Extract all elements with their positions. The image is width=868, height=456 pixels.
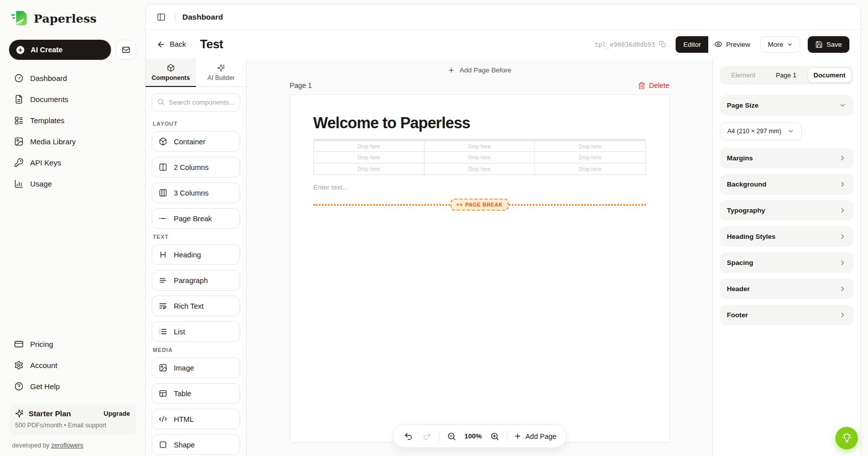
- redo-button[interactable]: [420, 430, 433, 443]
- save-button[interactable]: Save: [808, 36, 849, 53]
- paperless-logo-icon: [10, 9, 29, 28]
- margins-section[interactable]: Margins: [720, 148, 853, 168]
- credit-link[interactable]: zeroflowers: [51, 442, 83, 449]
- plus-icon: [514, 432, 521, 440]
- sidebar-item-usage[interactable]: Usage: [9, 173, 136, 194]
- tab-element[interactable]: Element: [722, 68, 765, 82]
- list-icon: [159, 327, 167, 336]
- tab-label: Components: [152, 74, 190, 81]
- delete-page-button[interactable]: Delete: [638, 81, 669, 89]
- add-page-button[interactable]: Add Page: [513, 430, 558, 442]
- component-item-shape[interactable]: Shape: [152, 434, 240, 455]
- add-page-before-button[interactable]: Add Page Before: [448, 66, 511, 74]
- typography-section[interactable]: Typography: [720, 200, 853, 221]
- component-label: Page Break: [174, 215, 212, 223]
- sidebar-toggle-button[interactable]: [155, 11, 168, 24]
- drop-zone-cell[interactable]: Drop here: [424, 152, 534, 163]
- components-panel: Components AI Builder LAYOUT Contain: [146, 59, 247, 456]
- key-icon: [14, 158, 24, 167]
- component-label: HTML: [174, 415, 193, 423]
- drop-zone-cell[interactable]: Drop here: [535, 152, 645, 163]
- drop-zone-cell[interactable]: Drop here: [313, 152, 424, 163]
- component-item-list[interactable]: List: [152, 321, 240, 342]
- drop-zone-cell[interactable]: Drop here: [313, 163, 424, 175]
- component-item-rich-text[interactable]: Rich Text: [152, 296, 240, 316]
- components-panel-tabs: Components AI Builder: [146, 59, 246, 87]
- sparkles-icon: [217, 64, 225, 72]
- sidebar-item-get-help[interactable]: Get Help: [9, 376, 136, 397]
- sidebar-item-account[interactable]: Account: [9, 355, 136, 376]
- sidebar-item-templates[interactable]: Templates: [9, 110, 136, 131]
- drop-zone-cell[interactable]: Drop here: [424, 163, 534, 175]
- more-button[interactable]: More: [761, 36, 800, 53]
- tab-ai-builder[interactable]: AI Builder: [196, 59, 246, 86]
- component-item-page-break[interactable]: Page Break: [152, 208, 240, 229]
- undo-button[interactable]: [401, 430, 414, 443]
- chevron-down-icon: [787, 41, 793, 48]
- background-section[interactable]: Background: [720, 174, 853, 195]
- spacing-section[interactable]: Spacing: [720, 252, 853, 273]
- plan-name: Starter Plan: [29, 409, 71, 418]
- component-label: Container: [174, 138, 205, 146]
- drop-zone-cell[interactable]: Drop here: [313, 140, 424, 152]
- text-block-placeholder[interactable]: Enter text...: [313, 184, 646, 191]
- search-components-input[interactable]: [152, 93, 240, 112]
- drop-zone-cell[interactable]: Drop here: [535, 140, 645, 152]
- tab-components[interactable]: Components: [146, 59, 196, 86]
- drop-zone-cell[interactable]: Drop here: [535, 163, 645, 175]
- document-heading[interactable]: Welcome to Paperless: [313, 114, 646, 132]
- components-list: LAYOUT Container 2 Columns 3 Columns: [146, 114, 246, 456]
- sidebar-item-pricing[interactable]: Pricing: [9, 334, 136, 354]
- dashed-line-icon: [159, 214, 167, 223]
- preview-mode-button[interactable]: Preview: [708, 36, 756, 53]
- page-break-badge[interactable]: PAGE BREAK: [450, 199, 508, 211]
- square-icon: [159, 440, 167, 449]
- zoom-out-button[interactable]: [445, 430, 458, 443]
- page-title: Dashboard: [182, 13, 223, 22]
- undo-icon: [403, 432, 412, 441]
- component-item-image[interactable]: Image: [152, 357, 240, 378]
- heading-styles-section[interactable]: Heading Styles: [720, 226, 853, 247]
- component-item-table[interactable]: Table: [152, 383, 240, 404]
- credit: developed by zeroflowers: [9, 442, 136, 449]
- upgrade-button[interactable]: Upgrade: [103, 410, 130, 417]
- move-horizontal-icon: [456, 202, 462, 208]
- ai-create-button[interactable]: AI Create: [9, 40, 111, 60]
- app-root: Paperless AI Create Dashboard: [0, 0, 868, 456]
- sidebar-item-dashboard[interactable]: Dashboard: [9, 68, 136, 88]
- editor-mode-button[interactable]: Editor: [676, 36, 708, 53]
- text-lines-icon: [159, 276, 167, 285]
- credit-prefix: developed by: [12, 442, 49, 449]
- chevron-down-icon: [839, 102, 846, 109]
- row-label: Footer: [727, 311, 748, 319]
- plus-icon: [448, 66, 455, 74]
- sidebar-item-documents[interactable]: Documents: [9, 89, 136, 110]
- template-id-value: tpl_e90036d0db93: [595, 41, 655, 48]
- more-label: More: [768, 41, 783, 48]
- component-item-html[interactable]: HTML: [152, 409, 240, 429]
- page-size-section[interactable]: Page Size: [720, 95, 853, 116]
- component-item-heading[interactable]: Heading: [152, 244, 240, 265]
- sidebar-item-media-library[interactable]: Media Library: [9, 131, 136, 152]
- page-size-select[interactable]: A4 (210 × 297 mm): [720, 122, 802, 140]
- drop-zone-cell[interactable]: Drop here: [424, 140, 534, 152]
- footer-section[interactable]: Footer: [720, 305, 853, 325]
- assistant-fab[interactable]: [835, 427, 858, 449]
- component-item-paragraph[interactable]: Paragraph: [152, 270, 240, 291]
- nav-label: Usage: [30, 179, 52, 188]
- component-label: List: [174, 328, 185, 336]
- tab-document[interactable]: Document: [808, 68, 851, 82]
- copy-template-id-button[interactable]: [659, 41, 666, 48]
- sidebar: Paperless AI Create Dashboard: [0, 0, 145, 456]
- component-item-container[interactable]: Container: [152, 131, 240, 152]
- back-button[interactable]: Back: [157, 40, 186, 49]
- component-item-3-columns[interactable]: 3 Columns: [152, 183, 240, 203]
- sparkles-icon: [15, 409, 24, 418]
- primary-nav: Dashboard Documents Templates Media Libr…: [9, 68, 136, 194]
- tab-page-1[interactable]: Page 1: [765, 68, 807, 82]
- header-section[interactable]: Header: [720, 279, 853, 299]
- mail-button[interactable]: [116, 40, 136, 60]
- component-item-2-columns[interactable]: 2 Columns: [152, 157, 240, 177]
- sidebar-item-api-keys[interactable]: API Keys: [9, 152, 136, 173]
- zoom-in-button[interactable]: [488, 430, 501, 443]
